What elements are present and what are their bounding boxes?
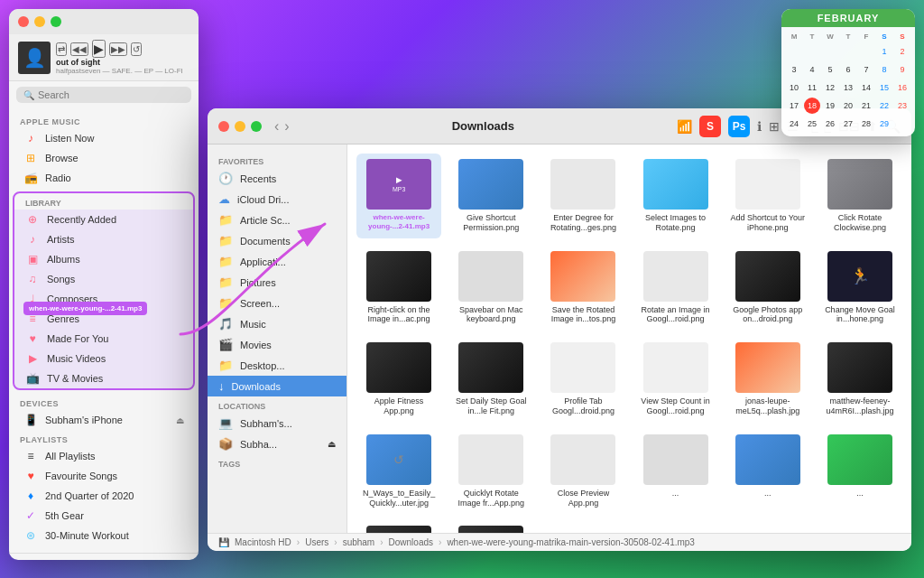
file-item-set-daily[interactable]: Set Daily Step Goal in...le Fit.png [448, 337, 533, 422]
file-item-mp3[interactable]: ▶ MP3 when-we-were-young-...2-41.mp3 [356, 154, 441, 238]
shuffle-button[interactable]: ⇄ [56, 42, 67, 56]
sidebar-item-tv-movies[interactable]: 📺 TV & Movies [14, 368, 193, 388]
sidebar-item-30-min[interactable]: ⊛ 30-Minute Workout [13, 526, 195, 545]
cal-day-15[interactable]: 15 [876, 79, 892, 96]
file-item-jonas[interactable]: jonas-leupe-meL5q...plash.jpg [725, 337, 810, 422]
sidebar-item-made-for-you[interactable]: ♥ Made For You when-we-were-young-...2-4… [14, 329, 193, 349]
sidebar-item-2nd-quarter[interactable]: ♦ 2nd Quarter of 2020 [13, 486, 195, 506]
cal-day-18-today[interactable]: 18 [804, 98, 820, 114]
finder-maximize-button[interactable] [251, 121, 262, 132]
cal-day-25[interactable]: 25 [804, 116, 820, 132]
file-item-enter-degree[interactable]: Enter Degree for Rotating...ges.png [541, 154, 625, 238]
cal-day-4[interactable]: 4 [804, 61, 820, 78]
sidebar-item-music-videos[interactable]: ▶ Music Videos [14, 349, 193, 368]
finder-forward-button[interactable]: › [284, 118, 289, 135]
file-item-give-shortcut[interactable]: Give Shortcut Permission.png [448, 154, 533, 238]
cal-day-8[interactable]: 8 [876, 61, 892, 78]
maximize-button[interactable] [51, 16, 61, 27]
file-item-profile-tab[interactable]: Profile Tab Googl...droid.png [541, 337, 625, 422]
cal-day-17[interactable]: 17 [786, 98, 802, 114]
file-item-close-preview[interactable]: Close Preview App.png [541, 429, 625, 514]
file-item-change-move[interactable]: 🏃 Change Move Goal in...hone.png [818, 246, 902, 331]
cal-day-20[interactable]: 20 [840, 98, 856, 114]
cal-day-19[interactable]: 19 [822, 98, 838, 114]
file-item-matthew[interactable]: matthew-feeney-u4mR6I...plash.jpg [818, 337, 902, 422]
cal-day-1[interactable]: 1 [876, 43, 892, 60]
sidebar-item-recently-added[interactable]: ⊕ Recently Added [14, 210, 193, 229]
cal-day-26[interactable]: 26 [822, 116, 838, 132]
cal-day-22[interactable]: 22 [876, 98, 892, 114]
sidebar-item-artists[interactable]: ♪ Artists [14, 229, 193, 249]
sidebar-item-songs[interactable]: ♫ Songs [14, 269, 193, 289]
wifi-icon[interactable]: 📶 [677, 119, 692, 134]
file-item-click-rotate[interactable]: Click Rotate Clockwise.png [818, 154, 902, 238]
cal-day-14[interactable]: 14 [858, 79, 874, 96]
graffiti-icon[interactable]: S [699, 116, 721, 137]
cal-day-13[interactable]: 13 [840, 79, 856, 96]
cal-day-11[interactable]: 11 [804, 79, 820, 96]
next-button[interactable]: ▶▶ [109, 42, 127, 56]
fs-item-desktop[interactable]: 📁 Desktop... [208, 355, 346, 376]
sidebar-item-browse[interactable]: ⊞ Browse [13, 148, 195, 168]
fs-item-documents[interactable]: 📁 Documents [208, 230, 346, 251]
file-item-extra5[interactable]: ... [448, 520, 533, 533]
file-item-extra4[interactable]: ... [356, 520, 441, 533]
sidebar-item-listen-now[interactable]: ♪ Listen Now [13, 128, 195, 148]
sidebar-item-5th-gear[interactable]: ✓ 5th Gear [13, 506, 195, 526]
cal-day-16[interactable]: 16 [894, 79, 910, 96]
search-input[interactable] [38, 89, 184, 100]
fs-item-recents[interactable]: 🕐 Recents [208, 168, 346, 189]
file-item-save-rotated[interactable]: Save the Rotated Image in...tos.png [541, 246, 625, 331]
cal-day-2[interactable]: 2 [894, 43, 910, 60]
cal-day-7[interactable]: 7 [858, 61, 874, 78]
file-item-extra2[interactable]: ... [725, 429, 810, 514]
fs-item-subhams-mac[interactable]: 💻 Subham's... [208, 413, 346, 434]
cal-day-5[interactable]: 5 [822, 61, 838, 78]
sidebar-item-radio[interactable]: 📻 Radio [13, 168, 195, 188]
fs-item-movies[interactable]: 🎬 Movies [208, 334, 346, 355]
eject-icon[interactable]: ⏏ [176, 415, 184, 425]
fs-item-applications[interactable]: 📁 Applicati... [208, 251, 346, 272]
cal-day-23[interactable]: 23 [894, 98, 910, 114]
eject-drive-icon[interactable]: ⏏ [328, 439, 336, 449]
ps-icon[interactable]: Ps [728, 116, 750, 137]
fs-item-pictures[interactable]: 📁 Pictures [208, 272, 346, 293]
fs-item-subha[interactable]: 📦 Subha... ⏏ [208, 434, 346, 454]
file-item-select-images[interactable]: Select Images to Rotate.png [633, 154, 717, 238]
file-item-view-step[interactable]: View Step Count in Googl...roid.png [633, 337, 717, 422]
finder-close-button[interactable] [218, 121, 229, 132]
sidebar-item-iphone[interactable]: 📱 Subham's iPhone ⏏ [13, 410, 195, 430]
cal-day-12[interactable]: 12 [822, 79, 838, 96]
file-item-n-ways[interactable]: ↺ N_Ways_to_Easily_Quickly...uter.jpg [356, 429, 441, 514]
cal-day-6[interactable]: 6 [840, 61, 856, 78]
file-item-quicklyt[interactable]: Quicklyt Rotate Image fr...App.png [448, 429, 533, 514]
cal-day-24[interactable]: 24 [786, 116, 802, 132]
finder-minimize-button[interactable] [235, 121, 245, 132]
sidebar-item-all-playlists[interactable]: ≡ All Playlists [13, 446, 195, 466]
file-item-apple-fitness[interactable]: Apple Fitness App.png [356, 337, 441, 422]
cal-day-3[interactable]: 3 [786, 61, 802, 78]
file-item-add-shortcut[interactable]: Add Shortcut to Your iPhone.png [725, 154, 810, 238]
icon-view-button[interactable]: ⊞ [769, 119, 780, 134]
fs-item-article[interactable]: 📁 Article Sc... [208, 210, 346, 230]
cal-day-27[interactable]: 27 [840, 116, 856, 132]
fs-item-screenshots[interactable]: 📁 Screen... [208, 293, 346, 313]
play-button[interactable]: ▶ [92, 40, 106, 58]
sidebar-item-favourite-songs[interactable]: ♥ Favourite Songs [13, 466, 195, 486]
file-item-google-photos[interactable]: Google Photos app on...droid.png [725, 246, 810, 331]
minimize-button[interactable] [34, 16, 45, 27]
fs-item-music[interactable]: 🎵 Music [208, 313, 346, 334]
file-item-extra3[interactable]: ... [818, 429, 902, 514]
breadcrumb-macintosh[interactable]: 💾 [218, 537, 229, 547]
file-item-rotate-google[interactable]: Rotate an Image in Googl...roid.png [633, 246, 717, 331]
fs-item-icloud[interactable]: ☁ iCloud Dri... [208, 189, 346, 210]
cal-day-9[interactable]: 9 [894, 61, 910, 78]
search-box[interactable]: 🔍 [16, 87, 191, 103]
cal-day-28[interactable]: 28 [858, 116, 874, 132]
prev-button[interactable]: ◀◀ [70, 42, 88, 56]
file-item-right-click[interactable]: Right-click on the Image in...ac.png [356, 246, 441, 331]
cal-day-29[interactable]: 29 [876, 116, 892, 132]
sidebar-item-albums[interactable]: ▣ Albums [14, 249, 193, 269]
repeat-button[interactable]: ↺ [131, 42, 142, 56]
fs-item-downloads[interactable]: ↓ Downloads [208, 376, 346, 396]
